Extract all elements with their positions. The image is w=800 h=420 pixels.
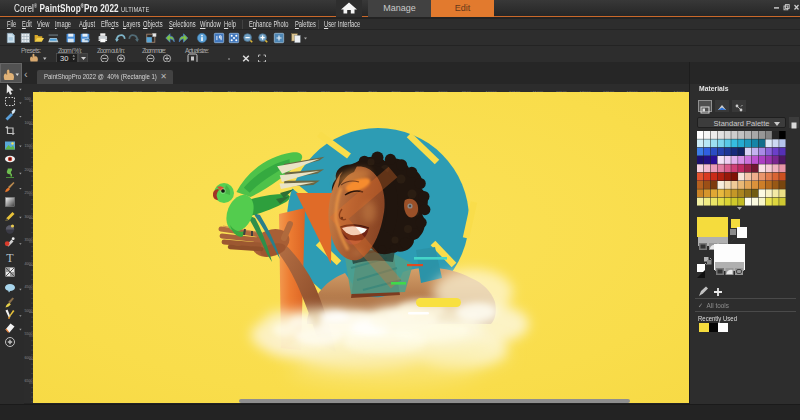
svg-text:Presets:: Presets: (21, 47, 41, 54)
svg-text:Zoom more:: Zoom more: (142, 47, 166, 54)
svg-text:4000: 4000 (25, 262, 33, 266)
svg-text:6000: 6000 (25, 356, 33, 360)
svg-text:3500: 3500 (25, 238, 33, 242)
svg-text:5500: 5500 (25, 332, 33, 336)
svg-text:1000: 1000 (25, 121, 33, 125)
svg-text:5000: 5000 (25, 309, 33, 313)
svg-text:T: T (6, 251, 14, 265)
svg-text:2000: 2000 (25, 168, 33, 172)
svg-text:1500: 1500 (25, 144, 33, 148)
svg-text:500: 500 (25, 97, 31, 101)
svg-text:6500: 6500 (25, 379, 33, 383)
svg-text:4500: 4500 (25, 285, 33, 289)
svg-text:2500: 2500 (25, 191, 33, 195)
svg-text:Zoom out / in:: Zoom out / in: (97, 47, 125, 54)
svg-text:3000: 3000 (25, 215, 33, 219)
svg-text:Actual size:: Actual size: (185, 47, 209, 54)
